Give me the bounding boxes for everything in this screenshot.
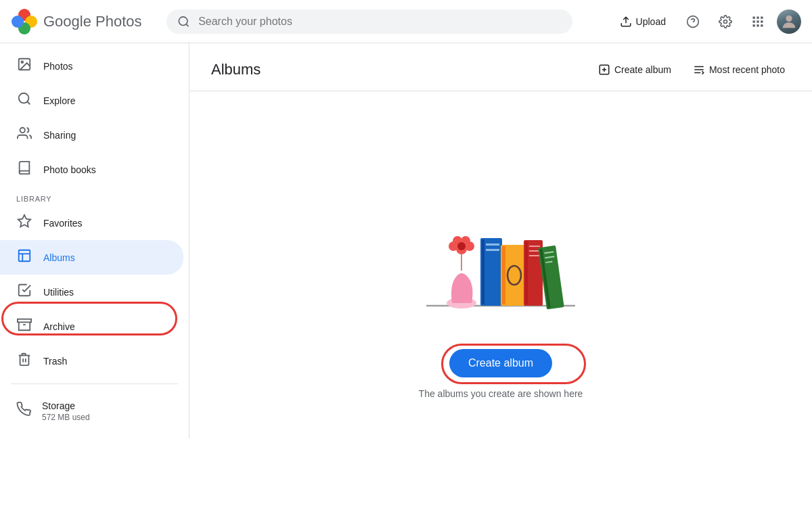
create-album-button[interactable]: Create album — [449, 349, 552, 377]
apps-icon — [751, 15, 765, 28]
logo-icon — [11, 8, 38, 35]
svg-rect-49 — [486, 249, 499, 251]
svg-rect-55 — [529, 246, 540, 247]
svg-point-4 — [179, 16, 188, 25]
plus-square-icon — [598, 64, 610, 76]
sidebar-label-sharing: Sharing — [43, 130, 76, 141]
sidebar-item-explore[interactable]: Explore — [0, 83, 183, 118]
svg-rect-12 — [761, 16, 763, 18]
help-icon — [686, 15, 700, 28]
svg-rect-56 — [529, 250, 540, 252]
svg-point-21 — [21, 61, 23, 63]
content-header: Albums Create album — [189, 43, 812, 91]
svg-point-3 — [12, 16, 24, 28]
sidebar-label-trash: Trash — [43, 356, 67, 367]
avatar[interactable] — [777, 9, 801, 34]
svg-marker-25 — [18, 215, 30, 227]
svg-rect-10 — [752, 16, 754, 18]
sort-icon — [693, 64, 705, 76]
svg-rect-11 — [757, 16, 759, 18]
svg-rect-57 — [529, 255, 540, 256]
svg-rect-48 — [486, 244, 499, 246]
favorites-icon — [16, 214, 32, 232]
sidebar-label-utilities: Utilities — [43, 287, 74, 298]
svg-rect-13 — [752, 20, 754, 22]
settings-icon — [719, 15, 732, 28]
most-recent-button[interactable]: Most recent photo — [687, 60, 790, 80]
content: Albums Create album — [189, 43, 812, 510]
help-button[interactable] — [679, 8, 706, 35]
avatar-image — [777, 9, 801, 34]
albums-icon — [16, 248, 32, 266]
svg-rect-15 — [761, 20, 763, 22]
search-icon — [177, 15, 190, 28]
search-bar[interactable] — [166, 9, 572, 34]
main-layout: Photos Explore — [0, 43, 812, 510]
settings-button[interactable] — [712, 8, 739, 35]
sidebar-item-utilities[interactable]: Utilities — [0, 275, 183, 309]
sidebar-item-sharing[interactable]: Sharing — [0, 118, 183, 152]
svg-line-5 — [186, 24, 188, 26]
storage-section: Storage 572 MB used — [0, 390, 189, 433]
empty-illustration — [399, 203, 602, 327]
upload-button[interactable]: Upload — [612, 10, 674, 33]
svg-rect-51 — [502, 246, 505, 304]
storage-used: 572 MB used — [42, 413, 90, 422]
svg-point-45 — [457, 242, 466, 250]
svg-point-9 — [723, 20, 727, 23]
sidebar-label-explore: Explore — [43, 95, 75, 106]
svg-point-24 — [20, 128, 25, 133]
svg-rect-16 — [752, 24, 754, 26]
logo-text: Google Photos — [43, 13, 142, 30]
sidebar-item-albums[interactable]: Albums — [0, 240, 183, 275]
svg-rect-47 — [482, 239, 484, 304]
svg-rect-18 — [761, 24, 763, 26]
svg-point-22 — [19, 93, 29, 103]
header: Google Photos Upload — [0, 0, 812, 43]
svg-point-19 — [786, 15, 792, 21]
sidebar-label-albums: Albums — [43, 252, 75, 263]
content-actions: Create album Most recent photo — [593, 60, 790, 80]
storage-icon — [16, 402, 31, 420]
sidebar-item-photos[interactable]: Photos — [0, 49, 183, 83]
sidebar-item-favorites[interactable]: Favorites — [0, 206, 183, 240]
most-recent-label: Most recent photo — [709, 64, 785, 75]
archive-icon — [16, 317, 32, 335]
svg-rect-17 — [757, 24, 759, 26]
photo-books-icon — [16, 160, 32, 179]
empty-description: The albums you create are shown here — [419, 388, 583, 399]
sidebar-item-photo-books[interactable]: Photo books — [0, 152, 183, 187]
upload-icon — [620, 16, 632, 28]
svg-rect-54 — [525, 241, 528, 304]
svg-rect-26 — [19, 250, 30, 262]
storage-info: Storage 572 MB used — [42, 400, 90, 422]
svg-line-23 — [27, 101, 30, 104]
sidebar-divider — [11, 384, 178, 384]
sharing-icon — [16, 126, 32, 144]
header-actions: Upload — [612, 8, 801, 35]
sidebar-label-photos: Photos — [43, 61, 73, 72]
create-album-header-button[interactable]: Create album — [593, 60, 677, 80]
search-input[interactable] — [198, 16, 562, 28]
library-section-label: LIBRARY — [0, 187, 189, 206]
create-album-header-label: Create album — [614, 64, 671, 75]
explore-icon — [16, 91, 32, 110]
storage-title: Storage — [42, 400, 90, 411]
page-title: Albums — [211, 61, 261, 78]
sidebar-label-favorites: Favorites — [43, 218, 83, 229]
apps-button[interactable] — [744, 8, 771, 35]
sidebar-item-archive[interactable]: Archive — [0, 309, 183, 344]
utilities-icon — [16, 283, 32, 301]
upload-label: Upload — [636, 16, 666, 27]
svg-rect-14 — [757, 20, 759, 22]
photos-icon — [16, 57, 32, 75]
logo[interactable]: Google Photos — [11, 8, 142, 35]
svg-rect-27 — [18, 319, 31, 323]
sidebar-item-trash[interactable]: Trash — [0, 344, 183, 378]
content-body: Create album The albums you create are s… — [189, 91, 812, 510]
trash-icon — [16, 352, 32, 370]
sidebar-label-archive: Archive — [43, 321, 75, 332]
sidebar-label-photo-books: Photo books — [43, 164, 96, 175]
sidebar: Photos Explore — [0, 43, 189, 438]
